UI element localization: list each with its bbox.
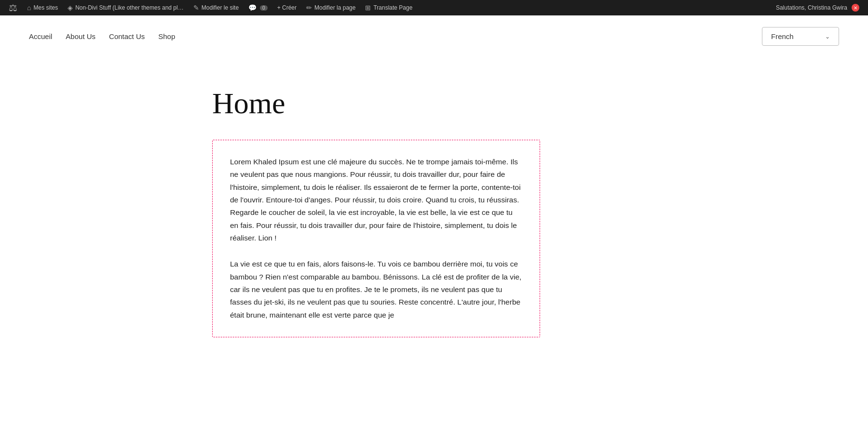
admin-creer[interactable]: + Créer (272, 0, 301, 15)
close-icon[interactable]: ✕ (852, 4, 859, 12)
creer-label: + Créer (277, 4, 297, 11)
comment-icon: 💬 (248, 4, 257, 12)
language-selector[interactable]: French ⌄ (762, 27, 839, 46)
admin-modifier-page[interactable]: ✏ Modifier la page (301, 0, 360, 15)
home-icon: ⌂ (27, 4, 31, 12)
chevron-down-icon: ⌄ (825, 33, 830, 40)
admin-mes-sites[interactable]: ⌂ Mes sites (22, 0, 63, 15)
admin-translate-page-label: Translate Page (373, 4, 412, 11)
nav-accueil[interactable]: Accueil (29, 32, 52, 40)
admin-modifier-site[interactable]: ✎ Modifier le site (189, 0, 244, 15)
admin-translate-page[interactable]: ⊞ Translate Page (360, 0, 417, 15)
nav-about-us[interactable]: About Us (66, 32, 95, 40)
nav-shop[interactable]: Shop (158, 32, 175, 40)
greeting-text: Salutations, Christina Gwira (776, 4, 847, 11)
admin-mes-sites-label: Mes sites (33, 4, 58, 11)
content-paragraph-1: Lorem Khaled Ipsum est une clé majeure d… (230, 156, 522, 244)
admin-comments[interactable]: 💬 0 (244, 0, 272, 15)
page-title: Home (212, 86, 839, 120)
modifier-site-icon: ✎ (193, 4, 199, 12)
main-nav: Accueil About Us Contact Us Shop (29, 32, 175, 40)
comment-count: 0 (260, 5, 268, 11)
admin-bar: ⚖ ⌂ Mes sites ◈ Non-Divi Stuff (Like oth… (0, 0, 868, 15)
admin-wp-logo[interactable]: ⚖ (4, 0, 22, 15)
modifier-page-icon: ✏ (306, 4, 312, 12)
admin-non-divi[interactable]: ◈ Non-Divi Stuff (Like other themes and … (63, 0, 189, 15)
content-box: Lorem Khaled Ipsum est une clé majeure d… (212, 140, 540, 337)
nav-contact-us[interactable]: Contact Us (109, 32, 145, 40)
main-content: Home Lorem Khaled Ipsum est une clé maje… (0, 57, 868, 357)
admin-modifier-site-label: Modifier le site (202, 4, 239, 11)
admin-modifier-page-label: Modifier la page (314, 4, 355, 11)
wp-icon: ⚖ (9, 2, 17, 13)
translate-icon: ⊞ (365, 4, 371, 12)
admin-bar-right: Salutations, Christina Gwira ✕ (771, 4, 864, 12)
content-paragraph-2: La vie est ce que tu en fais, alors fais… (230, 258, 522, 321)
admin-non-divi-label: Non-Divi Stuff (Like other themes and pl… (75, 4, 184, 11)
admin-user-greeting[interactable]: Salutations, Christina Gwira ✕ (771, 4, 864, 12)
selected-language: French (771, 32, 794, 40)
site-header: Accueil About Us Contact Us Shop French … (0, 15, 868, 57)
non-divi-icon: ◈ (68, 4, 73, 12)
